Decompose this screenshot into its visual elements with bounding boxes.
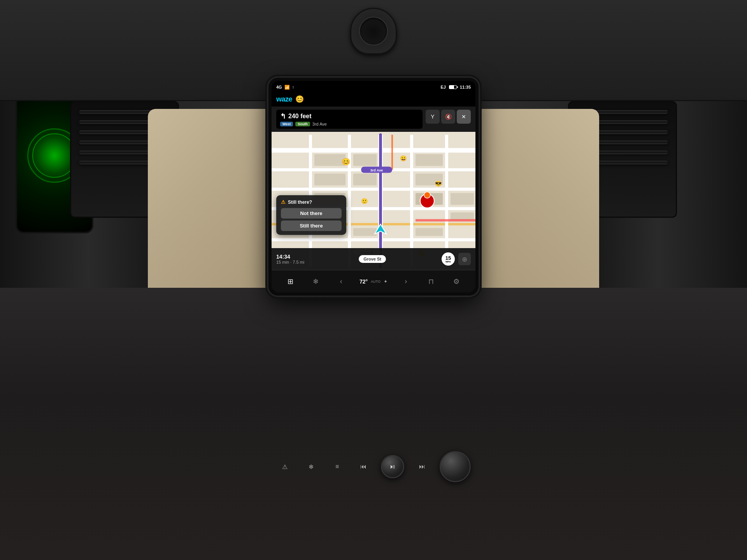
user-initials: EJ: [440, 85, 445, 89]
svg-text:😀: 😀: [400, 155, 407, 162]
temperature-display: 72°: [359, 278, 368, 285]
seat-icon: ⊓: [428, 277, 434, 286]
battery-fill: [449, 86, 454, 89]
screen: 4G 📶 ↑ EJ 11:35 waze 😊: [272, 81, 475, 292]
screen-bottom-bar: ⊞ ❄ ‹ 72° AUTO ✦ › ⊓: [272, 270, 475, 292]
arrow-right-icon: ›: [405, 277, 407, 285]
svg-text:😊: 😊: [342, 158, 351, 166]
speed-unit: MPH: [445, 261, 451, 263]
close-icon: ✕: [461, 114, 466, 120]
climate-left-button[interactable]: ❄: [309, 275, 323, 289]
apps-button[interactable]: ⊞: [284, 275, 298, 289]
clock: 11:35: [460, 85, 471, 89]
road-name: 3rd Ave: [312, 122, 327, 126]
deice-button[interactable]: ❄: [302, 458, 319, 475]
location-button[interactable]: ◎: [458, 253, 471, 265]
eta-arrival-time: 14:34: [276, 254, 304, 260]
play-pause-icon: ⏯: [389, 463, 396, 470]
climate-display: 72° AUTO ✦: [359, 278, 388, 285]
warning-button[interactable]: ⚠: [276, 458, 293, 475]
screen-bezel: 4G 📶 ↑ EJ 11:35 waze 😊: [268, 78, 479, 296]
signal-indicator: 4G: [276, 85, 282, 89]
auto-label: AUTO: [371, 280, 381, 284]
distance-text: 240 feet: [288, 113, 312, 120]
mute-icon: 🔇: [445, 114, 452, 120]
warning-icon: ⚠: [282, 463, 288, 471]
turn-arrow-icon: ↰: [280, 112, 286, 121]
eta-info: 14:34 15 min · 7.5 mi: [276, 254, 304, 264]
location-icon: ↑: [292, 85, 295, 89]
current-street-label: Grove St: [359, 255, 386, 263]
next-track-button[interactable]: ⏭: [414, 458, 431, 475]
eta-detail: 15 min · 7.5 mi: [276, 260, 304, 264]
leather-panel-right: [471, 109, 599, 303]
dashboard: ⚠ ❄ ≡ ⏮ ⏯ ⏭ 4G 📶 ↑: [0, 0, 747, 560]
next-icon: ⏭: [419, 463, 425, 470]
svg-text:😎: 😎: [435, 180, 442, 187]
speed-badge: 15 MPH: [440, 251, 456, 267]
svg-text:3rd Ave: 3rd Ave: [370, 168, 383, 172]
still-there-button[interactable]: Still there: [281, 220, 342, 231]
speed-number: 15: [445, 256, 451, 261]
waze-logo: waze: [276, 95, 292, 103]
mute-button[interactable]: 🔇: [441, 110, 455, 124]
play-pause-button[interactable]: ⏯: [381, 455, 404, 478]
nav-distance: ↰ 240 feet: [280, 112, 419, 121]
map-area[interactable]: 3rd Ave Grove St 😊 😀 😎 🙂 🙃: [272, 132, 475, 270]
media-button[interactable]: ≡: [329, 458, 346, 475]
status-right: EJ 11:35: [440, 85, 471, 89]
status-bar: 4G 📶 ↑ EJ 11:35: [272, 81, 475, 93]
nav-controls: Y 🔇 ✕: [426, 110, 471, 124]
svg-rect-22: [353, 228, 377, 236]
prev-icon: ⏮: [360, 463, 366, 470]
svg-rect-16: [353, 174, 377, 186]
fan-icon: ✦: [384, 279, 388, 284]
svg-rect-20: [451, 193, 474, 205]
svg-rect-14: [416, 154, 443, 166]
climate-icon: ❄: [313, 277, 319, 286]
deice-icon: ❄: [309, 463, 314, 471]
leather-panel-left: [148, 109, 276, 303]
dashboard-bottom: [0, 288, 747, 560]
seat-button[interactable]: ⊓: [424, 275, 438, 289]
speaker: [350, 8, 397, 54]
svg-text:🙂: 🙂: [361, 198, 368, 205]
waze-header: waze 😊: [272, 93, 475, 107]
svg-rect-13: [353, 154, 377, 166]
eta-bar: 14:34 15 min · 7.5 mi Grove St 15 MPH ◎: [272, 248, 475, 270]
road-badge-south: South: [295, 122, 310, 126]
waze-emoji: 😊: [295, 95, 304, 103]
nav-road: West South 3rd Ave: [280, 122, 419, 126]
nav-direction-box: ↰ 240 feet West South 3rd Ave: [276, 110, 423, 129]
close-nav-button[interactable]: ✕: [457, 110, 471, 124]
settings-button[interactable]: ⚙: [449, 275, 463, 289]
prev-track-button[interactable]: ⏮: [355, 458, 372, 475]
volume-knob[interactable]: [440, 451, 471, 482]
physical-controls: ⚠ ❄ ≡ ⏮ ⏯ ⏭: [265, 451, 482, 482]
bluetooth-icon: 📶: [284, 85, 290, 90]
svg-rect-15: [314, 174, 345, 186]
apps-icon: ⊞: [288, 277, 293, 286]
nav-instruction: ↰ 240 feet West South 3rd Ave: [272, 107, 475, 132]
media-icon: ≡: [335, 463, 339, 470]
svg-rect-12: [314, 154, 345, 166]
temp-up-button[interactable]: ›: [399, 275, 413, 289]
road-badge-west: West: [280, 122, 293, 126]
battery-icon: [449, 85, 457, 89]
filter-button[interactable]: Y: [426, 110, 440, 124]
arrow-left-icon: ‹: [340, 277, 342, 285]
svg-rect-23: [416, 228, 443, 236]
alert-title: Still there?: [281, 199, 342, 205]
settings-icon: ⚙: [453, 277, 459, 286]
temp-down-button[interactable]: ‹: [334, 275, 348, 289]
svg-point-39: [424, 192, 430, 198]
alert-popup: Still there? Not there Still there: [276, 195, 346, 235]
status-left: 4G 📶 ↑: [276, 85, 294, 90]
not-there-button[interactable]: Not there: [281, 208, 342, 219]
